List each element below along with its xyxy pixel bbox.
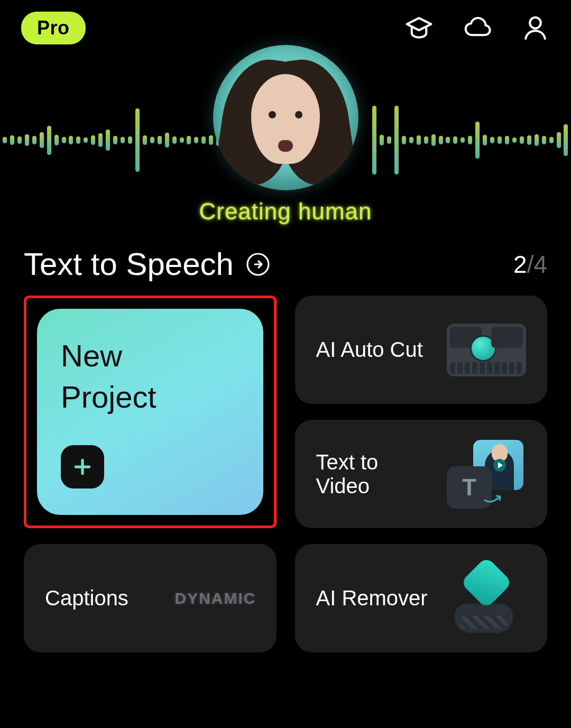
arrow-right-circle-icon[interactable]	[245, 252, 271, 277]
hero-caption: Creating human	[199, 198, 372, 225]
section-title-text: Text to Speech	[24, 246, 234, 282]
text-to-video-icon: T	[447, 437, 526, 511]
graduation-cap-icon[interactable]	[404, 13, 434, 42]
user-icon[interactable]	[521, 13, 550, 42]
plus-icon[interactable]	[61, 445, 104, 489]
ai-remover-card[interactable]: AI Remover	[295, 544, 548, 652]
text-to-video-card[interactable]: Text to Video T	[295, 420, 548, 528]
new-project-highlight-frame: New Project	[24, 296, 277, 528]
section-header: Text to Speech 2/4	[0, 230, 571, 288]
section-title[interactable]: Text to Speech	[24, 246, 271, 282]
page-total: 4	[533, 251, 547, 278]
cloud-icon[interactable]	[463, 13, 492, 42]
ai-auto-cut-icon: A	[447, 313, 526, 387]
ai-remover-icon	[447, 561, 526, 635]
pro-badge[interactable]: Pro	[21, 12, 86, 44]
avatar[interactable]	[213, 45, 358, 190]
new-project-title: New Project	[61, 335, 240, 418]
card-label: Text to Video	[316, 450, 437, 498]
new-project-card[interactable]: New Project	[37, 309, 263, 515]
avatar-face-illustration	[227, 53, 344, 190]
card-label: AI Auto Cut	[316, 338, 437, 362]
captions-dynamic-tag: DYNAMIC	[176, 561, 255, 635]
card-label: Captions	[45, 586, 165, 610]
ai-auto-cut-card[interactable]: AI Auto Cut A	[295, 296, 548, 404]
page-counter: 2/4	[513, 250, 547, 279]
feature-grid: New Project AI Auto Cut A Text to Video …	[0, 288, 571, 674]
hero-banner: Creating human	[0, 56, 571, 230]
svg-point-0	[530, 17, 541, 29]
page-current: 2	[513, 251, 527, 278]
card-label: AI Remover	[316, 586, 437, 610]
header-actions	[404, 13, 550, 42]
captions-card[interactable]: Captions DYNAMIC	[24, 544, 277, 652]
